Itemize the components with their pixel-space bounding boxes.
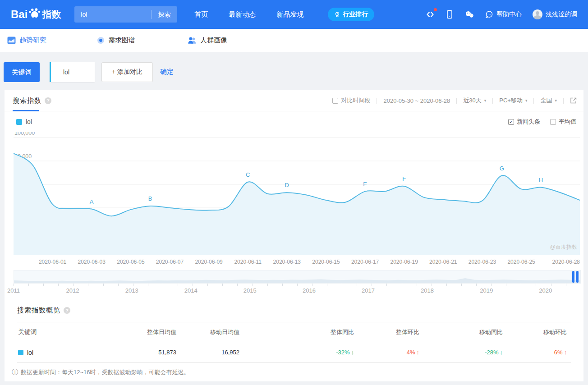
help-question-icon[interactable]: ? <box>64 307 70 314</box>
nav-new-products[interactable]: 新品发现 <box>276 10 303 19</box>
svg-text:2020-06-21: 2020-06-21 <box>429 259 457 265</box>
average-toggle[interactable]: 平均值 <box>550 118 576 126</box>
user-account[interactable]: 浅浅涩的调 <box>533 9 577 19</box>
logo-suffix: 指数 <box>42 8 61 21</box>
timeline-mini-chart <box>14 270 580 283</box>
timeline-handle-right[interactable] <box>576 271 579 283</box>
svg-text:2020-06-28: 2020-06-28 <box>552 259 580 265</box>
tab-trend-research[interactable]: 趋势研究 <box>7 36 46 45</box>
timeline-year: 2011 <box>7 287 20 294</box>
toolbar-divider <box>563 98 564 104</box>
average-label: 平均值 <box>559 118 576 126</box>
svg-text:2020-06-01: 2020-06-01 <box>39 259 67 265</box>
avatar <box>533 9 542 19</box>
col-overall-mom: 整体环比 <box>354 328 419 336</box>
chevron-down-icon: ▾ <box>525 98 528 103</box>
compare-period-checkbox[interactable]: 对比时间段 <box>332 96 370 105</box>
keyword-input[interactable] <box>51 69 95 76</box>
mobile-app-icon[interactable] <box>446 10 454 19</box>
overview-title: 搜索指数概览 <box>17 306 60 315</box>
chart-svg: 100,00080,00060,00040,00020,0002020-06-0… <box>14 132 580 267</box>
card-header: 搜索指数 ? 对比时间段 2020-05-30 ~ 2020-06-28 近30… <box>5 90 583 111</box>
svg-text:2020-06-03: 2020-06-03 <box>78 259 106 265</box>
timeline-scrubber: 2011201220132014201520162017201820192020 <box>14 270 581 295</box>
search-index-chart: 100,00080,00060,00040,00020,0002020-06-0… <box>14 132 580 267</box>
compare-period-label: 对比时间段 <box>341 96 370 105</box>
timeline-handle-left[interactable] <box>572 271 574 283</box>
checkbox-unchecked-icon[interactable] <box>332 98 338 104</box>
timeline-year: 2016 <box>303 287 316 294</box>
notification-dot <box>434 8 437 11</box>
timeline-strip[interactable] <box>14 270 581 284</box>
svg-text:2020-06-11: 2020-06-11 <box>234 259 262 265</box>
help-center[interactable]: 帮助中心 <box>485 10 522 18</box>
baidu-index-logo[interactable]: Bai 指数 <box>11 8 61 21</box>
overall-yoy-value: -32%↓ <box>239 349 354 356</box>
series-color-swatch <box>18 350 23 355</box>
row-keyword-label: lol <box>27 349 33 356</box>
chart-toolbar: 对比时间段 2020-05-30 ~ 2020-06-28 近30天 ▾ PC+… <box>332 96 577 105</box>
search-submit-button[interactable]: 探索 <box>151 10 177 19</box>
tab-demand-graph[interactable]: 需求图谱 <box>97 36 135 45</box>
col-mobile-mom: 移动环比 <box>503 328 583 336</box>
data-update-text: 数据更新时间：每天12~16时，受数据波动影响，可能会有延迟。 <box>21 368 190 376</box>
region-select[interactable]: 全国 ▾ <box>540 96 557 105</box>
svg-text:2020-06-19: 2020-06-19 <box>390 259 418 265</box>
industry-ranking-label: 行业排行 <box>343 10 368 18</box>
mobile-yoy-value: -28%↓ <box>419 349 503 356</box>
module-tabs: 趋势研究 需求图谱 人群画像 <box>0 29 588 52</box>
tab-demand-graph-label: 需求图谱 <box>108 36 135 45</box>
top-search-box: 探索 <box>74 6 177 23</box>
export-icon[interactable] <box>570 97 577 104</box>
checkbox-checked-icon[interactable]: ✓ <box>508 119 514 125</box>
nav-home[interactable]: 首页 <box>194 10 208 19</box>
industry-ranking-pill[interactable]: 行业排行 <box>328 8 374 21</box>
keyword-bar: 关键词 + 添加对比 确定 <box>0 52 588 90</box>
svg-text:2020-06-15: 2020-06-15 <box>312 259 340 265</box>
add-compare-button[interactable]: + 添加对比 <box>101 62 153 82</box>
overall-avg-value: 51,873 <box>85 349 176 356</box>
svg-text:F: F <box>402 175 406 182</box>
help-question-icon[interactable]: ? <box>45 97 51 104</box>
trend-value: -32% <box>336 349 349 356</box>
toolbar-divider <box>456 98 457 104</box>
svg-text:H: H <box>539 177 543 183</box>
tab-audience-profile[interactable]: 人群画像 <box>188 36 227 45</box>
device-select[interactable]: PC+移动 ▾ <box>499 96 527 105</box>
mobile-mom-value: 6%↑ <box>503 349 583 356</box>
top-search-input[interactable] <box>74 11 151 18</box>
paw-icon <box>29 8 41 18</box>
timeline-year: 2018 <box>421 287 434 294</box>
trend-value: 6% <box>554 349 563 356</box>
nav-latest-news[interactable]: 最新动态 <box>229 10 256 19</box>
timeline-year: 2014 <box>184 287 198 294</box>
info-icon: ⓘ <box>12 368 18 376</box>
wechat-icon[interactable] <box>464 10 474 18</box>
trend-value: 4% <box>407 349 415 356</box>
svg-text:D: D <box>285 182 289 188</box>
trend-arrow-icon: ↑ <box>564 349 567 356</box>
series-color-swatch <box>16 119 22 125</box>
username: 浅浅涩的调 <box>546 10 577 18</box>
timeline-year: 2015 <box>243 287 257 294</box>
checkbox-unchecked-icon[interactable] <box>550 119 556 125</box>
row-keyword: lol <box>17 349 85 356</box>
chevron-down-icon: ▾ <box>555 98 557 103</box>
toolbar-divider <box>533 98 534 104</box>
svg-text:G: G <box>500 165 504 172</box>
topbar: Bai 指数 探索 首页 最新动态 新品发现 行业排行 <box>0 0 588 29</box>
time-range-value: 近30天 <box>463 96 481 105</box>
medal-icon <box>334 11 340 18</box>
svg-text:2020-06-07: 2020-06-07 <box>156 259 184 265</box>
date-range[interactable]: 2020-05-30 ~ 2020-06-28 <box>383 97 450 104</box>
news-headlines-toggle[interactable]: ✓ 新闻头条 <box>508 118 540 126</box>
trend-chart-icon <box>7 37 16 44</box>
confirm-link[interactable]: 确定 <box>160 68 174 76</box>
logo-text: Bai <box>11 8 28 21</box>
time-range-select[interactable]: 近30天 ▾ <box>463 96 486 105</box>
keyword-label-button[interactable]: 关键词 <box>4 62 40 82</box>
region-value: 全国 <box>540 96 552 105</box>
svg-text:B: B <box>148 195 152 202</box>
topbar-right: 帮助中心 浅浅涩的调 <box>426 9 577 19</box>
api-code-icon[interactable] <box>426 10 435 19</box>
